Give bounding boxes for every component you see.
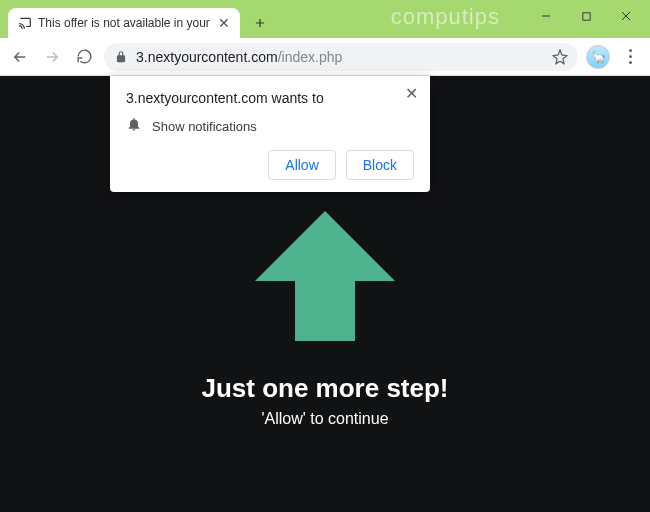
- browser-menu-button[interactable]: [618, 45, 642, 69]
- forward-button[interactable]: [40, 45, 64, 69]
- browser-tab[interactable]: This offer is not available in your ✕: [8, 8, 240, 38]
- popup-close-icon[interactable]: ✕: [405, 86, 418, 102]
- address-bar[interactable]: 3.nextyourcontent.com/index.php: [104, 43, 578, 71]
- page-content: ✕ 3.nextyourcontent.com wants to Show no…: [0, 76, 650, 512]
- block-button[interactable]: Block: [346, 150, 414, 180]
- new-tab-button[interactable]: [246, 9, 274, 37]
- back-button[interactable]: [8, 45, 32, 69]
- allow-button[interactable]: Allow: [268, 150, 335, 180]
- notification-permission-popup: ✕ 3.nextyourcontent.com wants to Show no…: [110, 76, 430, 192]
- url-text: 3.nextyourcontent.com/index.php: [136, 49, 544, 65]
- page-subline: 'Allow' to continue: [261, 410, 388, 428]
- cast-icon: [18, 16, 32, 30]
- bell-icon: [126, 116, 142, 136]
- svg-marker-1: [255, 211, 395, 341]
- minimize-button[interactable]: [528, 4, 564, 28]
- window-controls: [528, 4, 644, 28]
- up-arrow-graphic: [245, 201, 405, 355]
- reload-button[interactable]: [72, 45, 96, 69]
- tab-title: This offer is not available in your: [38, 16, 210, 30]
- maximize-button[interactable]: [568, 4, 604, 28]
- close-window-button[interactable]: [608, 4, 644, 28]
- popup-permission-row: Show notifications: [126, 116, 414, 136]
- popup-permission-text: Show notifications: [152, 119, 257, 134]
- title-bar: This offer is not available in your ✕ co…: [0, 0, 650, 38]
- watermark-text: computips: [391, 4, 500, 30]
- page-headline: Just one more step!: [201, 373, 448, 404]
- browser-toolbar: 3.nextyourcontent.com/index.php 🦙: [0, 38, 650, 76]
- tab-close-icon[interactable]: ✕: [216, 15, 232, 31]
- popup-actions: Allow Block: [126, 150, 414, 180]
- svg-rect-0: [582, 12, 589, 19]
- profile-avatar[interactable]: 🦙: [586, 45, 610, 69]
- popup-title: 3.nextyourcontent.com wants to: [126, 90, 414, 106]
- bookmark-star-icon[interactable]: [552, 49, 568, 65]
- lock-icon: [114, 50, 128, 64]
